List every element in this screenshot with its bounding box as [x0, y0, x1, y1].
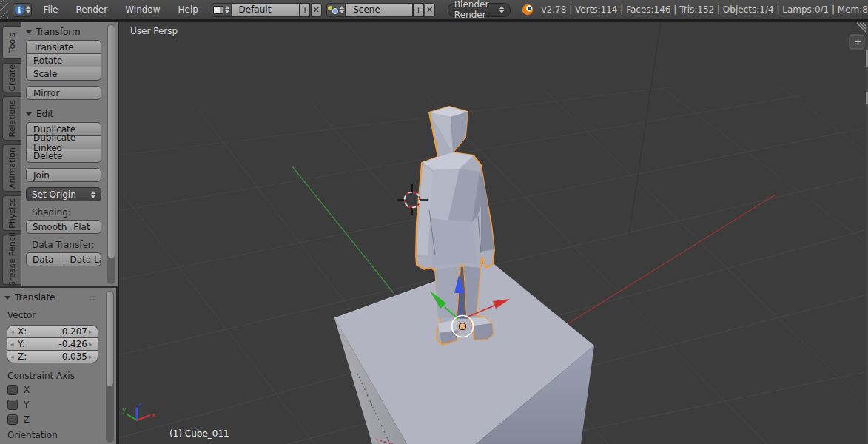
- collapse-triangle-icon: [26, 112, 32, 116]
- render-engine-value: Blender Render: [454, 0, 499, 20]
- data-layout-button[interactable]: Data La: [64, 252, 102, 266]
- data-transfer-label: Data Transfer:: [26, 234, 101, 252]
- vector-x-field[interactable]: ◂ X: -0.207 ▸: [7, 325, 98, 338]
- spinner-arrows-icon: [26, 6, 30, 13]
- translate-button[interactable]: Translate: [26, 40, 101, 54]
- shading-label: Shading:: [26, 201, 101, 220]
- screen-layout-browse-button[interactable]: [212, 3, 232, 17]
- area-corner-grip[interactable]: [0, 0, 8, 19]
- decrement-arrow-icon[interactable]: ◂: [10, 328, 16, 335]
- axis-widget: z y x: [122, 400, 156, 420]
- spinner-arrows-icon: [225, 6, 229, 13]
- data-button[interactable]: Data: [26, 252, 64, 266]
- tab-animation[interactable]: Animation: [2, 144, 21, 192]
- axis-y-label: y: [122, 406, 127, 414]
- rotate-button[interactable]: Rotate: [26, 53, 101, 67]
- tool-shelf: Tools Create Relations Animation Physics…: [0, 22, 118, 444]
- mirror-button[interactable]: Mirror: [26, 86, 101, 100]
- vector-z-field[interactable]: ◂ Z: 0.035 ▸: [7, 350, 98, 363]
- decrement-arrow-icon[interactable]: ◂: [10, 353, 16, 360]
- increment-arrow-icon[interactable]: ▸: [89, 340, 95, 348]
- screen-layout-icon: [213, 6, 223, 14]
- info-header: i File Render Window Help Default + ✕ Sc…: [0, 0, 868, 21]
- join-button[interactable]: Join: [26, 168, 101, 182]
- menu-render[interactable]: Render: [67, 0, 116, 19]
- orientation-label: Orientation: [0, 427, 116, 440]
- increment-arrow-icon[interactable]: ▸: [89, 353, 95, 360]
- info-editor-icon: i: [15, 5, 24, 15]
- plus-icon: +: [854, 36, 862, 47]
- tools-panel-region: Transform :::: Translate Rotate Scale Mi…: [21, 22, 118, 286]
- menu-help[interactable]: Help: [169, 0, 207, 19]
- menu-window[interactable]: Window: [116, 0, 169, 19]
- y-axis-line: [292, 166, 394, 293]
- axis-x-label: x: [152, 411, 156, 419]
- decrement-arrow-icon[interactable]: ◂: [10, 340, 16, 348]
- spinner-arrows-icon: [91, 191, 95, 198]
- smooth-button[interactable]: Smooth: [26, 220, 67, 234]
- constraint-y-checkbox[interactable]: [7, 400, 18, 410]
- screen-layout-field[interactable]: Default: [232, 3, 300, 17]
- flat-button[interactable]: Flat: [67, 220, 101, 234]
- view-name-label: User Persp: [130, 26, 178, 36]
- editor-type-selector[interactable]: i: [13, 3, 33, 17]
- constraint-z-checkbox[interactable]: [7, 414, 18, 425]
- close-scene-button[interactable]: ✕: [425, 3, 435, 17]
- redo-scrollbar[interactable]: [106, 291, 114, 443]
- vertical-grid-line: [629, 22, 661, 235]
- viewport-3d[interactable]: z y x User Persp (1) Cube_011 +: [119, 22, 868, 444]
- vector-label: Vector: [0, 306, 116, 323]
- scene-browse-button[interactable]: [326, 3, 346, 17]
- panel-grip-icon[interactable]: ::::: [90, 294, 95, 301]
- menu-file[interactable]: File: [34, 0, 67, 19]
- scale-button[interactable]: Scale: [26, 67, 101, 81]
- transform-panel-header[interactable]: Transform ::::: [21, 22, 118, 40]
- spinner-arrows-icon: [499, 6, 504, 13]
- axis-z-label: z: [138, 400, 142, 408]
- add-layout-button[interactable]: +: [300, 3, 310, 17]
- tab-create[interactable]: Create: [2, 63, 21, 92]
- viewport-scene: z y x User Persp (1) Cube_011 +: [119, 22, 868, 444]
- object-origin-dot: [460, 323, 466, 330]
- add-scene-button[interactable]: +: [413, 3, 423, 17]
- spinner-arrows-icon: [340, 6, 344, 13]
- translate-panel-header[interactable]: Translate ::::: [0, 288, 116, 306]
- collapse-triangle-icon: [26, 30, 32, 34]
- edit-panel-header[interactable]: Edit ::::: [21, 100, 118, 122]
- operator-redo-panel: Translate :::: Vector ◂ X: -0.207 ▸ ◂ Y:…: [0, 286, 116, 444]
- tab-relations[interactable]: Relations: [2, 96, 21, 141]
- constraint-x-checkbox[interactable]: [7, 385, 18, 395]
- scene-icon: [328, 5, 338, 14]
- render-engine-dropdown[interactable]: Blender Render: [448, 3, 511, 17]
- scene-statistics: v2.78 | Verts:114 | Faces:146 | Tris:152…: [542, 4, 868, 15]
- set-origin-dropdown[interactable]: Set Origin: [26, 187, 101, 201]
- open-properties-panel-button[interactable]: +: [850, 35, 864, 49]
- viewport-corner-grip[interactable]: [857, 23, 866, 32]
- blender-logo-icon: [521, 3, 534, 16]
- collapse-triangle-icon: [4, 296, 10, 300]
- tab-physics[interactable]: Physics: [2, 195, 21, 231]
- scene-field[interactable]: Scene: [346, 3, 413, 17]
- tools-scrollbar[interactable]: [107, 24, 115, 284]
- tool-shelf-tabs: Tools Create Relations Animation Physics…: [0, 22, 21, 286]
- active-object-label: (1) Cube_011: [169, 428, 229, 439]
- constraint-axis-label: Constraint Axis: [0, 363, 116, 383]
- duplicate-linked-button[interactable]: Duplicate Linked: [26, 135, 101, 149]
- vector-y-field[interactable]: ◂ Y: -0.426 ▸: [7, 337, 98, 351]
- tab-tools[interactable]: Tools: [2, 26, 21, 59]
- tab-grease-pencil[interactable]: Grease Pencil: [2, 235, 21, 285]
- increment-arrow-icon[interactable]: ▸: [89, 328, 95, 335]
- close-layout-button[interactable]: ✕: [311, 3, 321, 17]
